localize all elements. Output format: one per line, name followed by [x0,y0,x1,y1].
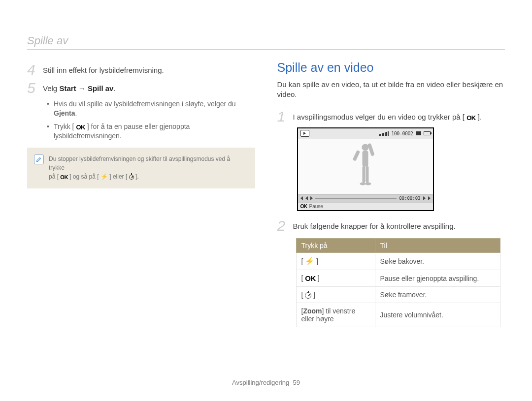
forward-icon [428,196,431,200]
label-gjenta: Gjenta [54,109,75,117]
footer-section: Avspilling/redigering [232,379,289,386]
step-1: 1 I avspillingsmodus velger du en video … [277,109,505,124]
step-number: 1 [277,109,287,124]
svg-rect-1 [362,151,368,166]
controls-table: Trykk på Til [ ⚡ ] Søke bakover. [ OK ] … [296,238,505,327]
ok-icon: OK [76,123,85,132]
cell-key: [ ⚡ ] [296,253,375,270]
header-divider [27,49,505,50]
text-segment: ]. [476,113,482,121]
cell-key: [ ] [296,287,375,303]
step-number: 5 [27,80,37,96]
video-progress-bar: 00:00:03 [298,194,433,202]
bullet-item: Hvis du vil spille av lysbildefremvisnin… [47,99,255,118]
flash-icon: ⚡ [100,172,108,181]
text-segment: Velg [43,84,59,93]
text-segment: Trykk [ [54,123,76,130]
screen-statusbar: 100-0002 [298,128,433,139]
step-text: Velg Start → Spill av. [43,84,116,93]
progress-track [315,198,397,199]
timer-icon [305,292,311,299]
ok-icon: OK [60,173,68,182]
step-2: 2 Bruk følgende knapper for å kontroller… [277,218,505,234]
section-title: Spille av en video [277,61,505,75]
table-header-key: Trykk på [296,239,375,253]
text-segment: . [113,84,115,93]
text-segment: ]. [134,173,139,180]
step-text: I avspillingsmodus velger du en video og… [293,113,482,122]
play-icon [310,196,313,200]
note-box: Du stopper lysbildefremvisningen og skif… [27,148,255,188]
ok-icon: OK [305,274,316,282]
label-zoom: Zoom [303,307,322,315]
timer-icon [129,175,134,180]
cell-key: [Zoom] til venstre eller høyre [296,303,375,327]
screen-hintbar: OK Pause [298,202,433,210]
text-segment: . [75,109,77,117]
table-header-action: Til [375,239,500,253]
table-row: [ ] Søke framover. [296,287,500,303]
content-columns: 4 Still inn effekt for lysbildefremvisni… [27,62,505,369]
left-column: 4 Still inn effekt for lysbildefremvisni… [27,62,255,369]
card-icon [416,131,421,135]
label-spill-av: Spill av [88,84,114,93]
ok-icon: OK [300,204,307,209]
step-number: 4 [27,62,37,78]
text-segment: ] og så på [ [68,173,100,180]
screen-image-area [298,139,433,194]
svg-rect-4 [362,166,365,183]
text-segment: I avspillingsmodus velger du en video og… [293,113,467,121]
playback-mode-icon [300,130,309,137]
right-column: Spille av en video Du kan spille av en v… [277,62,505,369]
flash-icon: ⚡ [305,257,314,266]
page-header: Spille av [27,34,505,47]
step-number: 2 [277,218,287,234]
svg-point-0 [362,144,368,151]
step-5-bullets: Hvis du vil spille av lysbildefremvisnin… [27,99,255,141]
step-text: Still inn effekt for lysbildefremvisning… [43,66,164,74]
note-pencil-icon [34,154,44,164]
svg-point-6 [360,182,366,185]
cell-action: Søke framover. [375,287,500,303]
forward-icon [423,196,426,200]
page-footer: Avspilling/redigering 59 [27,369,505,386]
file-counter: 100-0002 [391,131,413,136]
text-segment: på [ [49,173,60,180]
arrow: → [76,84,88,93]
text-segment: Du stopper lysbildefremvisningen og skif… [49,155,230,171]
note-text: Du stopper lysbildefremvisningen og skif… [49,154,247,182]
cell-key: [ OK ] [296,270,375,287]
signal-icon [379,131,389,136]
hint-text: Pause [309,204,323,209]
step-text: Bruk følgende knapper for å kontrollere … [293,222,456,230]
page-number: 59 [293,379,299,386]
ok-icon: OK [466,114,476,122]
camera-screen: 100-0002 [297,127,434,211]
svg-rect-2 [352,150,360,161]
step-5: 5 Velg Start → Spill av. [27,80,255,96]
table-row: [ ⚡ ] Søke bakover. [296,253,500,270]
rewind-icon [300,196,303,200]
table-row: [Zoom] til venstre eller høyre Justere v… [296,303,500,327]
cell-action: Justere volumnivået. [375,303,500,327]
text-segment: ] eller [ [108,173,129,180]
svg-rect-5 [366,166,368,183]
svg-point-7 [365,182,371,185]
person-figure [352,142,379,186]
cell-action: Pause eller gjenoppta avspilling. [375,270,500,287]
cell-action: Søke bakover. [375,253,500,270]
text-segment: Hvis du vil spille av lysbildefremvisnin… [54,100,236,108]
step-4: 4 Still inn effekt for lysbildefremvisni… [27,62,255,78]
rewind-icon [305,196,308,200]
table-row: [ OK ] Pause eller gjenoppta avspilling. [296,270,500,287]
label-start: Start [59,84,76,93]
bullet-item: Trykk [ OK ] for å ta en pause eller gje… [47,122,255,141]
battery-icon [424,131,431,135]
intro-text: Du kan spille av en video, ta ut et bild… [277,80,505,99]
elapsed-time: 00:00:03 [399,196,420,201]
svg-rect-3 [367,143,374,156]
